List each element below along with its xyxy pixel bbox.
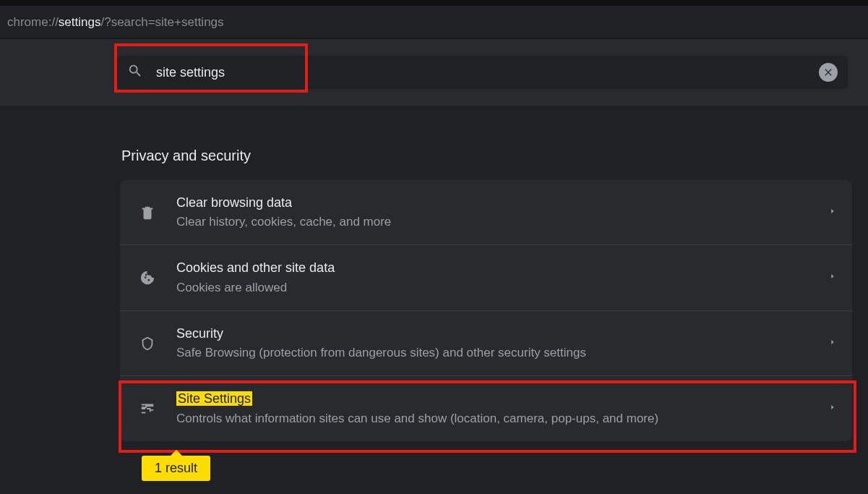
settings-search-box[interactable] <box>117 56 848 89</box>
url-prefix: chrome:// <box>7 15 59 30</box>
row-clear-browsing-data[interactable]: Clear browsing data Clear history, cooki… <box>120 180 852 245</box>
search-icon <box>127 63 143 82</box>
chevron-right-icon <box>829 402 836 415</box>
row-text: Security Safe Browsing (protection from … <box>176 325 829 361</box>
row-title: Cookies and other site data <box>176 260 829 276</box>
highlighted-match: Site Settings <box>176 391 252 406</box>
section-title: Privacy and security <box>120 148 852 164</box>
result-count-badge: 1 result <box>142 456 210 481</box>
url-bar[interactable]: chrome://settings/?search=site+settings <box>0 6 868 39</box>
row-sub: Cookies are allowed <box>176 280 829 296</box>
row-title: Security <box>176 325 829 342</box>
row-text: Site Settings Controls what information … <box>176 391 829 426</box>
row-text: Clear browsing data Clear history, cooki… <box>176 195 829 230</box>
tune-icon <box>139 401 156 417</box>
cookie-icon <box>139 270 156 286</box>
url-bold: settings <box>59 15 101 30</box>
settings-content: Privacy and security Clear browsing data… <box>0 106 868 441</box>
row-text: Cookies and other site data Cookies are … <box>176 260 829 295</box>
row-title: Site Settings <box>176 391 829 407</box>
row-sub: Clear history, cookies, cache, and more <box>176 214 829 230</box>
row-sub: Controls what information sites can use … <box>176 411 829 427</box>
row-title: Clear browsing data <box>176 195 829 211</box>
row-security[interactable]: Security Safe Browsing (protection from … <box>120 311 852 376</box>
row-site-settings[interactable]: Site Settings Controls what information … <box>120 376 852 440</box>
settings-header <box>0 39 868 106</box>
chevron-right-icon <box>829 271 836 284</box>
window-top-strip <box>0 0 868 6</box>
chevron-right-icon <box>829 337 836 350</box>
url-suffix: /?search=site+settings <box>100 15 223 30</box>
search-input[interactable] <box>156 65 812 80</box>
row-cookies[interactable]: Cookies and other site data Cookies are … <box>120 245 852 310</box>
shield-icon <box>139 336 156 352</box>
clear-search-button[interactable] <box>819 63 838 82</box>
row-sub: Safe Browsing (protection from dangerous… <box>176 345 829 361</box>
trash-icon <box>139 205 156 221</box>
chevron-right-icon <box>829 206 836 219</box>
settings-card: Clear browsing data Clear history, cooki… <box>120 180 852 441</box>
